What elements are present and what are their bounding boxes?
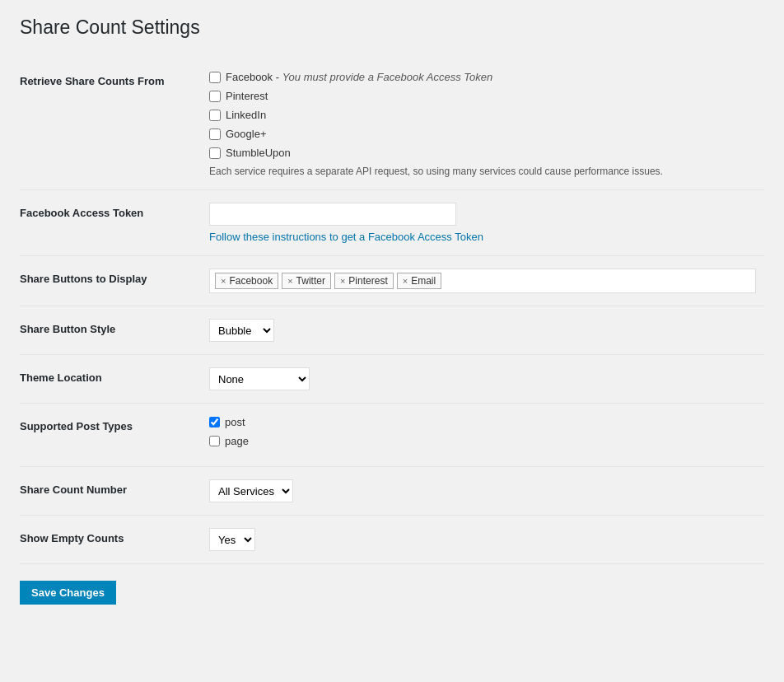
share-count-number-cell: All Services Facebook Twitter Pinterest … (201, 467, 764, 516)
facebook-token-label: Facebook Access Token (20, 190, 201, 256)
supported-post-types-cell: post page (201, 404, 764, 467)
tag-pinterest-label: Pinterest (348, 275, 387, 287)
tag-pinterest[interactable]: × Pinterest (334, 273, 394, 289)
tag-facebook-label: Facebook (229, 275, 273, 287)
save-changes-button[interactable]: Save Changes (20, 581, 116, 605)
theme-location-label: Theme Location (20, 355, 201, 404)
share-buttons-cell: × Facebook × Twitter × Pinterest × Email (201, 256, 764, 306)
supported-post-types-label: Supported Post Types (20, 404, 201, 467)
theme-location-select[interactable]: None Before Content After Content (209, 367, 310, 390)
linkedin-service-row: LinkedIn (209, 109, 756, 121)
post-type-post-row: post (209, 416, 756, 428)
stumbleupon-checkbox[interactable] (209, 147, 221, 159)
tag-twitter-label: Twitter (296, 275, 325, 287)
facebook-label: Facebook - You must provide a Facebook A… (226, 71, 492, 83)
facebook-token-link[interactable]: Follow these instructions to get a Faceb… (209, 231, 756, 243)
share-button-style-label: Share Button Style (20, 306, 201, 355)
retrieve-from-cell: Facebook - You must provide a Facebook A… (201, 58, 764, 190)
tag-email[interactable]: × Email (397, 273, 441, 289)
facebook-service-row: Facebook - You must provide a Facebook A… (209, 71, 756, 83)
share-button-style-select[interactable]: Bubble Flat Minimal (209, 319, 274, 342)
post-type-page-row: page (209, 435, 756, 447)
pinterest-service-row: Pinterest (209, 90, 756, 102)
share-button-style-cell: Bubble Flat Minimal (201, 306, 764, 355)
api-note: Each service requires a separate API req… (209, 166, 756, 177)
stumbleupon-label: StumbleUpon (226, 147, 291, 159)
share-count-number-select[interactable]: All Services Facebook Twitter Pinterest … (209, 479, 293, 502)
show-empty-counts-select[interactable]: Yes No (209, 528, 255, 551)
retrieve-from-row: Retrieve Share Counts From Facebook - Yo… (20, 58, 764, 190)
post-type-page-label: page (225, 435, 249, 447)
share-count-number-row: Share Count Number All Services Facebook… (20, 467, 764, 516)
linkedin-checkbox[interactable] (209, 110, 221, 121)
facebook-token-row: Facebook Access Token Follow these instr… (20, 190, 764, 256)
tag-facebook[interactable]: × Facebook (215, 273, 278, 289)
show-empty-counts-cell: Yes No (201, 516, 764, 564)
googleplus-service-row: Google+ (209, 128, 756, 140)
tag-twitter[interactable]: × Twitter (282, 273, 331, 289)
tag-email-remove[interactable]: × (403, 276, 408, 286)
share-count-number-label: Share Count Number (20, 467, 201, 516)
tag-twitter-remove[interactable]: × (287, 276, 292, 286)
post-type-post-checkbox[interactable] (209, 417, 220, 427)
tag-container: × Facebook × Twitter × Pinterest × Email (209, 269, 756, 293)
tag-pinterest-remove[interactable]: × (340, 276, 345, 286)
facebook-token-input[interactable] (209, 203, 456, 226)
facebook-token-cell: Follow these instructions to get a Faceb… (201, 190, 764, 256)
post-type-page-checkbox[interactable] (209, 436, 220, 446)
supported-post-types-row: Supported Post Types post page (20, 404, 764, 467)
pinterest-label: Pinterest (226, 90, 268, 102)
googleplus-label: Google+ (226, 128, 267, 140)
pinterest-checkbox[interactable] (209, 91, 221, 102)
share-button-style-row: Share Button Style Bubble Flat Minimal (20, 306, 764, 355)
theme-location-row: Theme Location None Before Content After… (20, 355, 764, 404)
linkedin-label: LinkedIn (226, 109, 266, 121)
facebook-checkbox[interactable] (209, 72, 221, 83)
theme-location-cell: None Before Content After Content (201, 355, 764, 404)
show-empty-counts-label: Show Empty Counts (20, 516, 201, 564)
post-type-post-label: post (225, 416, 245, 428)
stumbleupon-service-row: StumbleUpon (209, 147, 756, 159)
share-buttons-label: Share Buttons to Display (20, 256, 201, 306)
page-title: Share Count Settings (20, 16, 764, 39)
retrieve-from-label: Retrieve Share Counts From (20, 58, 201, 190)
tag-facebook-remove[interactable]: × (221, 276, 226, 286)
settings-table: Retrieve Share Counts From Facebook - Yo… (20, 58, 764, 564)
facebook-note: You must provide a Facebook Access Token (282, 71, 493, 83)
tag-email-label: Email (411, 275, 436, 287)
show-empty-counts-row: Show Empty Counts Yes No (20, 516, 764, 564)
googleplus-checkbox[interactable] (209, 128, 221, 140)
share-buttons-row: Share Buttons to Display × Facebook × Tw… (20, 256, 764, 306)
